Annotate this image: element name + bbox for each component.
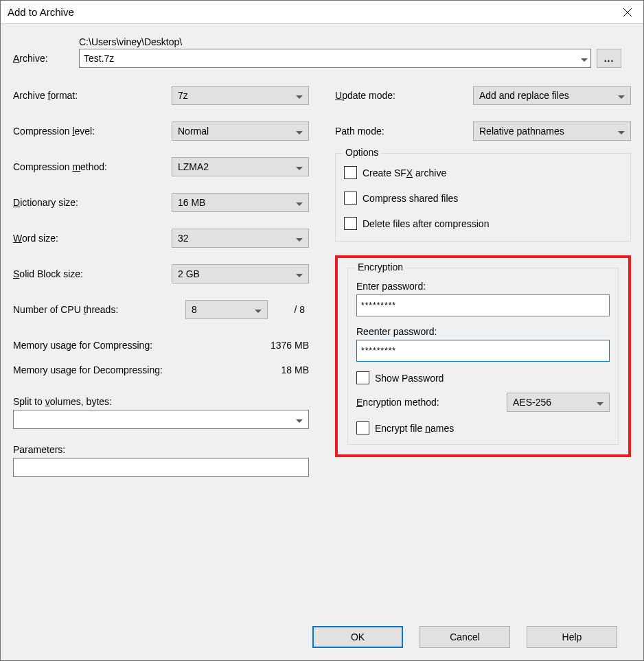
word-label: Word size:	[13, 233, 58, 244]
button-row: OK Cancel Help	[13, 626, 631, 660]
update-mode-value: Add and replace files	[479, 90, 569, 101]
chevron-down-icon	[581, 53, 588, 64]
row-delete[interactable]: Delete files after compression	[344, 217, 622, 230]
sfx-label: Create SFX archive	[363, 167, 446, 178]
fieldset-encryption: Encryption Enter password: ********* Ree…	[347, 268, 619, 445]
enc-method-label: Encryption method:	[356, 397, 439, 408]
row-reenter-password: Reenter password: *********	[356, 326, 610, 362]
dictionary-label: Dictionary size:	[13, 197, 78, 208]
enter-password-value: *********	[361, 301, 396, 310]
level-value: Normal	[178, 126, 209, 137]
word-value: 32	[178, 233, 189, 244]
row-level: Compression level: Normal	[13, 121, 309, 141]
chevron-down-icon	[296, 197, 303, 208]
dictionary-value: 16 MB	[178, 197, 205, 208]
checkbox-shared[interactable]	[344, 192, 357, 205]
chevron-down-icon	[618, 126, 625, 137]
row-encrypt-names[interactable]: Encrypt file names	[356, 421, 610, 434]
options-legend: Options	[343, 147, 381, 158]
threads-select[interactable]: 8	[185, 300, 268, 319]
browse-button[interactable]: ...	[597, 49, 621, 68]
row-shared[interactable]: Compress shared files	[344, 192, 622, 205]
checkbox-show-password[interactable]	[356, 371, 369, 384]
threads-label: Number of CPU threads:	[13, 304, 185, 315]
update-mode-label: Update mode:	[335, 90, 395, 101]
mem-decompress-label: Memory usage for Decompressing:	[13, 364, 163, 375]
parameters-input[interactable]	[13, 458, 309, 477]
row-show-password[interactable]: Show Password	[356, 371, 610, 384]
row-word: Word size: 32	[13, 229, 309, 248]
word-select[interactable]: 32	[172, 229, 309, 248]
block-label: Solid Block size:	[13, 268, 83, 279]
block-select[interactable]: 2 GB	[172, 264, 309, 283]
enter-password-input[interactable]: *********	[356, 294, 610, 316]
help-button[interactable]: Help	[527, 626, 617, 648]
path-mode-select[interactable]: Relative pathnames	[473, 121, 631, 141]
level-label: Compression level:	[13, 126, 95, 137]
cancel-button[interactable]: Cancel	[419, 626, 510, 648]
reenter-password-input[interactable]: *********	[356, 340, 610, 362]
close-icon	[623, 8, 632, 16]
encrypt-names-label: Encrypt file names	[375, 423, 454, 434]
row-update-mode: Update mode: Add and replace files	[335, 86, 631, 105]
chevron-down-icon	[296, 161, 303, 172]
dictionary-select[interactable]: 16 MB	[172, 193, 309, 212]
row-enter-password: Enter password: *********	[356, 281, 610, 316]
enter-password-label: Enter password:	[356, 281, 610, 292]
delete-label: Delete files after compression	[363, 218, 489, 229]
dialog-content: Archive: C:\Users\viney\Desktop\ Test.7z…	[1, 24, 643, 660]
update-mode-select[interactable]: Add and replace files	[473, 86, 631, 105]
row-method: Compression method: LZMA2	[13, 157, 309, 176]
split-label: Split to volumes, bytes:	[13, 396, 309, 407]
archive-path: C:\Users\viney\Desktop\	[79, 36, 591, 47]
encryption-highlight: Encryption Enter password: ********* Ree…	[335, 255, 631, 457]
row-path-mode: Path mode: Relative pathnames	[335, 121, 631, 141]
row-format: Archive format: 7z	[13, 86, 309, 105]
ok-button[interactable]: OK	[312, 626, 403, 648]
row-split: Split to volumes, bytes:	[13, 396, 309, 429]
enc-method-select[interactable]: AES-256	[507, 393, 610, 412]
right-column: Update mode: Add and replace files Path …	[335, 86, 631, 626]
path-mode-label: Path mode:	[335, 126, 384, 137]
split-combo[interactable]	[13, 410, 309, 429]
format-select[interactable]: 7z	[172, 86, 309, 105]
chevron-down-icon	[296, 414, 303, 425]
reenter-password-value: *********	[361, 346, 396, 356]
row-mem-compress: Memory usage for Compressing: 1376 MB	[13, 340, 309, 351]
level-select[interactable]: Normal	[172, 121, 309, 141]
row-enc-method: Encryption method: AES-256	[356, 393, 610, 412]
row-dictionary: Dictionary size: 16 MB	[13, 193, 309, 212]
checkbox-sfx[interactable]	[344, 166, 357, 179]
enc-method-value: AES-256	[513, 397, 551, 408]
archive-filename-value: Test.7z	[84, 53, 114, 64]
method-select[interactable]: LZMA2	[172, 157, 309, 176]
parameters-label: Parameters:	[13, 444, 309, 455]
dialog-window: Add to Archive Archive: C:\Users\viney\D…	[0, 0, 644, 661]
checkbox-encrypt-names[interactable]	[356, 421, 369, 434]
window-title: Add to Archive	[8, 6, 74, 18]
chevron-down-icon	[296, 268, 303, 279]
chevron-down-icon	[597, 397, 603, 408]
row-parameters: Parameters:	[13, 444, 309, 477]
row-sfx[interactable]: Create SFX archive	[344, 166, 622, 179]
archive-filename-combo[interactable]: Test.7z	[79, 49, 591, 68]
chevron-down-icon	[296, 90, 303, 101]
chevron-down-icon	[296, 126, 303, 137]
method-value: LZMA2	[178, 161, 209, 172]
chevron-down-icon	[296, 233, 303, 244]
show-password-label: Show Password	[375, 373, 444, 384]
shared-label: Compress shared files	[363, 193, 458, 204]
mem-compress-value: 1376 MB	[271, 340, 309, 351]
row-threads: Number of CPU threads: 8 / 8	[13, 300, 309, 319]
chevron-down-icon	[255, 304, 262, 315]
reenter-password-label: Reenter password:	[356, 326, 610, 337]
close-button[interactable]	[612, 1, 643, 23]
method-label: Compression method:	[13, 161, 107, 172]
threads-total: / 8	[268, 304, 309, 315]
threads-value: 8	[192, 304, 197, 315]
encryption-legend: Encryption	[355, 262, 406, 272]
left-column: Archive format: 7z Compression level: No…	[13, 86, 309, 626]
mem-compress-label: Memory usage for Compressing:	[13, 340, 152, 351]
block-value: 2 GB	[178, 268, 200, 279]
checkbox-delete[interactable]	[344, 217, 357, 230]
